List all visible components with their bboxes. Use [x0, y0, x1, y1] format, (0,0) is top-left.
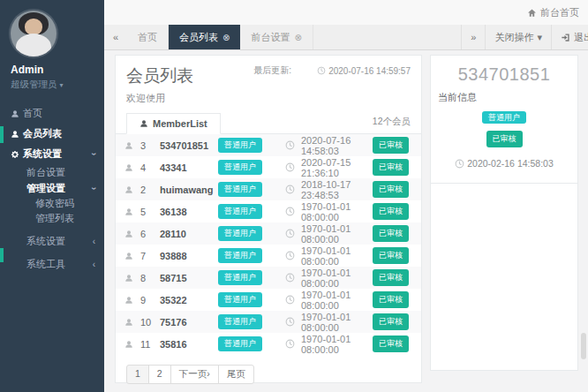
review-button[interactable]: 已审核 — [373, 313, 409, 330]
member-type-badge[interactable]: 普通用户 — [482, 111, 526, 124]
member-type-badge[interactable]: 普通用户 — [218, 270, 262, 285]
member-id: 4 — [140, 162, 160, 173]
user-icon — [124, 163, 140, 172]
member-type-badge[interactable]: 普通用户 — [218, 160, 262, 175]
member-type-badge[interactable]: 普通用户 — [218, 314, 262, 329]
caret-down-icon: ▾ — [537, 32, 542, 43]
review-button[interactable]: 已审核 — [373, 137, 409, 154]
member-time: 1970-01-01 08:00:00 — [301, 223, 373, 245]
user-icon — [124, 207, 140, 216]
review-button[interactable]: 已审核 — [373, 335, 409, 352]
member-time: 2018-10-17 23:48:53 — [301, 179, 373, 200]
clock-icon — [285, 295, 295, 305]
clock-icon — [317, 66, 326, 75]
page-tabs-bar: « 首页 会员列表 ⊗ 前台设置 ⊗ » 关闭操作 ▾ 退出 — [104, 25, 588, 50]
member-type-badge[interactable]: 普通用户 — [218, 204, 262, 219]
member-id: 6 — [140, 229, 160, 239]
member-name: 35816 — [160, 339, 218, 350]
member-row: 3 534701851 普通用户 2020-07-16 14:58:03 已审核 — [116, 134, 421, 156]
clock-icon — [285, 140, 295, 150]
gear-icon — [11, 150, 23, 159]
user-icon — [139, 119, 148, 128]
next-page-button[interactable]: 下一页› — [170, 365, 219, 384]
tab-member-list[interactable]: 会员列表 ⊗ — [169, 25, 240, 49]
sidebar-item-home[interactable]: 首页 — [0, 103, 104, 124]
member-name: 93888 — [160, 251, 218, 261]
avatar-face — [25, 19, 42, 35]
scroll-tabs-left-button[interactable]: « — [104, 25, 127, 49]
clock-icon — [285, 339, 295, 349]
close-tab-icon[interactable]: ⊗ — [222, 33, 230, 42]
member-row: 8 58715 普通用户 1970-01-01 08:00:00 已审核 — [116, 267, 421, 289]
user-icon — [124, 274, 140, 283]
sidebar-item-system-settings-2[interactable]: 系统设置 ‹ — [0, 233, 104, 249]
member-row: 10 75176 普通用户 1970-01-01 08:00:00 已审核 — [116, 311, 421, 333]
member-type-badge[interactable]: 普通用户 — [218, 182, 262, 197]
member-time: 2020-07-16 14:58:03 — [301, 135, 373, 156]
member-id: 7 — [140, 251, 160, 261]
member-name: 43341 — [160, 162, 218, 173]
logout-button[interactable]: 退出 — [551, 25, 588, 49]
sidebar-item-change-password[interactable]: 修改密码 — [0, 196, 104, 211]
member-id: 9 — [140, 295, 160, 305]
clock-icon — [285, 251, 295, 260]
scroll-tabs-right-button[interactable]: » — [461, 25, 485, 49]
close-operations-dropdown[interactable]: 关闭操作 ▾ — [485, 25, 551, 49]
user-name: Admin — [11, 64, 104, 76]
current-info-panel: 534701851 当前信息 普通用户 已审核 2020-02-16 14:58… — [430, 55, 578, 371]
member-time: 1970-01-01 08:00:00 — [301, 290, 373, 311]
review-button[interactable]: 已审核 — [373, 159, 409, 176]
member-time: 1970-01-01 08:00:00 — [301, 334, 373, 355]
page-button-1[interactable]: 1 — [126, 365, 149, 384]
close-tab-icon[interactable]: ⊗ — [294, 33, 301, 42]
scrollbar-thumb[interactable] — [581, 333, 586, 359]
sidebar-nav: 首页 会员列表 系统设置 › 前台设置 管理设置 › 修改密码 管理列表 系统设… — [0, 103, 104, 272]
review-button[interactable]: 已审核 — [373, 291, 409, 308]
sidebar-item-front-settings[interactable]: 前台设置 — [0, 164, 104, 180]
last-page-button[interactable]: 尾页 — [218, 365, 254, 384]
review-button[interactable]: 已审核 — [373, 203, 409, 220]
sidebar-item-member-list[interactable]: 会员列表 — [0, 124, 104, 144]
user-icon — [124, 318, 140, 327]
member-row: 6 28110 普通用户 1970-01-01 08:00:00 已审核 — [116, 222, 421, 245]
clock-icon — [285, 162, 295, 172]
avatar[interactable] — [11, 11, 57, 57]
member-count: 12个会员 — [373, 116, 411, 133]
chevron-down-icon: › — [89, 186, 99, 189]
user-icon — [124, 185, 140, 194]
member-type-badge[interactable]: 普通用户 — [218, 226, 262, 241]
member-name: 75176 — [160, 317, 218, 328]
front-home-link[interactable]: 前台首页 — [527, 6, 579, 19]
user-icon — [124, 340, 140, 349]
sidebar: Admin 超级管理员 ▾ 首页 会员列表 系统设置 › 前台设置 管理设置 ›… — [0, 0, 104, 392]
member-type-badge[interactable]: 普通用户 — [218, 292, 262, 307]
member-type-badge[interactable]: 普通用户 — [218, 248, 262, 263]
sidebar-item-system-settings[interactable]: 系统设置 › — [0, 144, 104, 164]
review-button[interactable]: 已审核 — [373, 247, 409, 264]
review-button[interactable]: 已审核 — [373, 269, 409, 286]
tab-home[interactable]: 首页 — [127, 25, 169, 49]
sidebar-scroll-indicator — [0, 126, 4, 143]
member-row: 5 36138 普通用户 1970-01-01 08:00:00 已审核 — [116, 200, 421, 222]
sidebar-item-manage-settings[interactable]: 管理设置 › — [0, 180, 104, 196]
page-button-2[interactable]: 2 — [148, 365, 171, 384]
panel-header: 会员列表 最后更新: 2020-07-16 14:59:57 欢迎使用 — [116, 56, 421, 105]
user-profile: Admin 超级管理员 ▾ — [0, 0, 104, 91]
tab-front-settings[interactable]: 前台设置 ⊗ — [240, 25, 313, 49]
member-id: 5 — [140, 207, 160, 217]
home-icon — [527, 8, 537, 18]
chevron-left-icon: ‹ — [93, 237, 95, 246]
member-type-badge[interactable]: 普通用户 — [218, 336, 262, 351]
user-role-dropdown[interactable]: 超级管理员 ▾ — [11, 79, 104, 91]
review-button[interactable]: 已审核 — [373, 225, 409, 242]
member-name: huimawang — [160, 185, 218, 195]
user-icon — [124, 296, 140, 305]
member-type-badge[interactable]: 普通用户 — [218, 138, 262, 153]
last-update: 最后更新: 2020-07-16 14:59:57 — [253, 64, 411, 77]
member-name: 58715 — [160, 273, 218, 283]
tab-memberlist[interactable]: MemberList — [126, 113, 221, 134]
review-button[interactable]: 已审核 — [486, 131, 523, 147]
sidebar-item-system-tools[interactable]: 系统工具 ‹ — [0, 256, 104, 272]
sidebar-item-manager-list[interactable]: 管理列表 — [0, 211, 104, 226]
review-button[interactable]: 已审核 — [373, 181, 409, 198]
